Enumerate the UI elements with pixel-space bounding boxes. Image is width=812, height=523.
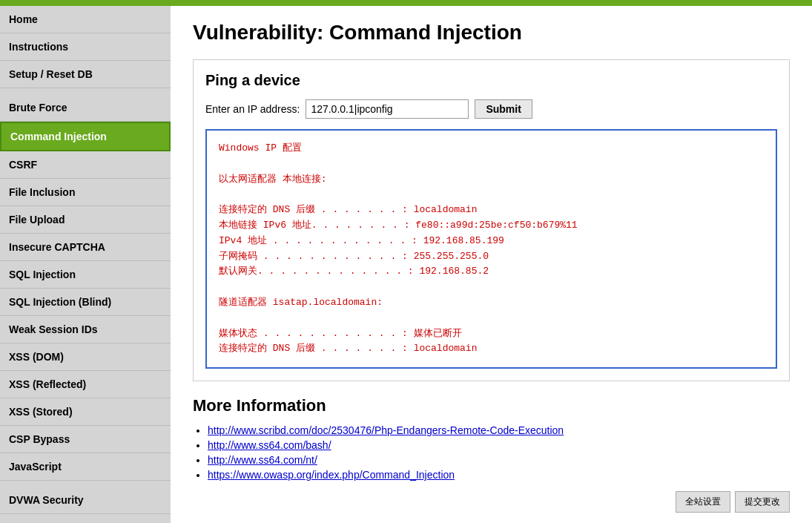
output-line: 以太网适配器 本地连接: <box>219 172 764 188</box>
sidebar-item-weak-session-ids[interactable]: Weak Session IDs <box>0 316 171 343</box>
output-line <box>219 157 764 172</box>
ping-section: Ping a device Enter an IP address: Windo… <box>193 59 790 381</box>
sidebar-item-file-upload[interactable]: File Upload <box>0 206 171 234</box>
output-line: IPv4 地址 . . . . . . . . . . . . : 192.16… <box>219 234 764 249</box>
submit-button[interactable] <box>475 99 532 119</box>
sidebar: HomeInstructionsSetup / Reset DBBrute Fo… <box>0 6 171 523</box>
output-line: 子网掩码 . . . . . . . . . . . . : 255.255.2… <box>219 249 764 265</box>
bottom-buttons: 全站设置提交更改 <box>193 484 790 513</box>
sidebar-item-brute-force[interactable]: Brute Force <box>0 94 171 122</box>
sidebar-item-csrf[interactable]: CSRF <box>0 151 171 179</box>
more-info-links: http://www.scribd.com/doc/2530476/Php-En… <box>193 424 790 481</box>
more-info-section: More Information http://www.scribd.com/d… <box>193 396 790 481</box>
bottom-btn[interactable]: 提交更改 <box>735 491 790 513</box>
bottom-btn[interactable]: 全站设置 <box>676 491 730 513</box>
sidebar-item-javascript[interactable]: JavaScript <box>0 453 171 481</box>
output-line: 连接特定的 DNS 后缀 . . . . . . . : localdomain <box>219 341 764 357</box>
page-title: Vulnerability: Command Injection <box>193 21 790 45</box>
ping-title: Ping a device <box>205 72 777 89</box>
sidebar-item-command-injection[interactable]: Command Injection <box>0 122 171 151</box>
more-info-link[interactable]: http://www.scribd.com/doc/2530476/Php-En… <box>208 424 564 436</box>
output-box: Windows IP 配置 以太网适配器 本地连接: 连接特定的 DNS 后缀 … <box>205 129 777 369</box>
sidebar-item-setup-reset[interactable]: Setup / Reset DB <box>0 61 171 88</box>
more-info-link[interactable]: https://www.owasp.org/index.php/Command_… <box>208 469 455 481</box>
output-line <box>219 187 764 203</box>
output-line: Windows IP 配置 <box>219 141 764 157</box>
output-line: 隧道适配器 isatap.localdomain: <box>219 295 764 311</box>
sidebar-item-xss-stored[interactable]: XSS (Stored) <box>0 398 171 426</box>
top-bar <box>0 0 812 6</box>
sidebar-item-home[interactable]: Home <box>0 6 171 33</box>
sidebar-item-sql-injection[interactable]: SQL Injection <box>0 261 171 289</box>
sidebar-item-sql-injection-blind[interactable]: SQL Injection (Blind) <box>0 289 171 316</box>
sidebar-item-insecure-captcha[interactable]: Insecure CAPTCHA <box>0 234 171 261</box>
output-line <box>219 311 764 326</box>
ip-input[interactable] <box>306 99 469 119</box>
more-info-link[interactable]: http://www.ss64.com/bash/ <box>208 439 331 451</box>
more-info-link[interactable]: http://www.ss64.com/nt/ <box>208 454 317 466</box>
output-line: 连接特定的 DNS 后缀 . . . . . . . : localdomain <box>219 203 764 218</box>
more-info-title: More Information <box>193 396 790 415</box>
sidebar-item-xss-dom[interactable]: XSS (DOM) <box>0 343 171 371</box>
sidebar-item-xss-reflected[interactable]: XSS (Reflected) <box>0 371 171 398</box>
main-content: Vulnerability: Command Injection Ping a … <box>171 6 812 523</box>
sidebar-item-instructions[interactable]: Instructions <box>0 33 171 61</box>
output-line: 默认网关. . . . . . . . . . . . . : 192.168.… <box>219 264 764 280</box>
output-line <box>219 280 764 295</box>
sidebar-item-php-info[interactable]: PHP Info <box>0 514 171 523</box>
sidebar-item-file-inclusion[interactable]: File Inclusion <box>0 179 171 206</box>
ping-form: Enter an IP address: <box>205 99 777 119</box>
sidebar-item-dvwa-security[interactable]: DVWA Security <box>0 487 171 514</box>
sidebar-item-csp-bypass[interactable]: CSP Bypass <box>0 426 171 453</box>
output-line: 本地链接 IPv6 地址. . . . . . . . : fe80::a99d… <box>219 218 764 234</box>
ping-label: Enter an IP address: <box>205 103 300 115</box>
output-line: 媒体状态 . . . . . . . . . . . . : 媒体已断开 <box>219 326 764 342</box>
